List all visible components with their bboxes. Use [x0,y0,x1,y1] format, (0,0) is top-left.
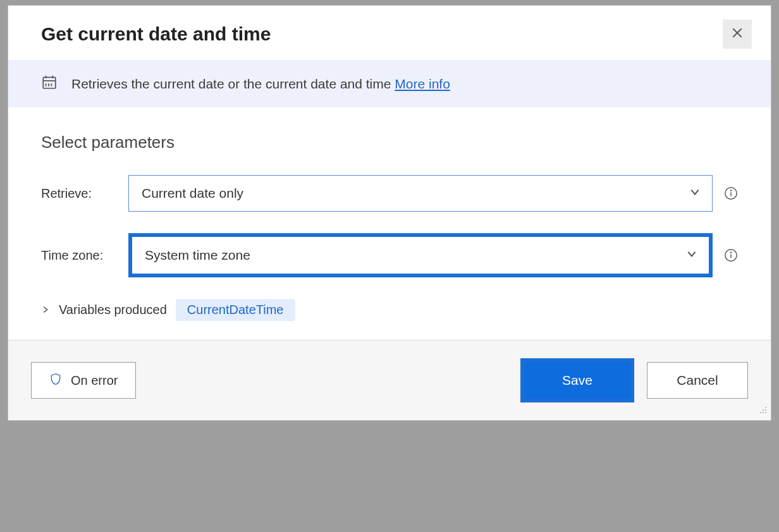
info-description: Retrieves the current date or the curren… [71,76,391,91]
timezone-info-icon[interactable] [724,248,738,262]
svg-rect-2 [43,77,56,88]
dialog-body: Select parameters Retrieve: Current date… [8,107,771,340]
retrieve-info-icon[interactable] [724,186,738,200]
info-bar: Retrieves the current date or the curren… [8,60,771,107]
close-button[interactable] [723,20,752,49]
on-error-label: On error [71,373,118,388]
retrieve-field-row: Retrieve: Current date only [41,175,738,212]
close-icon [732,27,743,41]
cancel-label: Cancel [677,373,718,388]
section-title: Select parameters [41,133,738,152]
retrieve-select[interactable]: Current date only [128,175,713,212]
timezone-highlight: System time zone [128,233,713,277]
variables-produced-row: Variables produced CurrentDateTime [41,299,738,321]
on-error-button[interactable]: On error [31,362,136,399]
retrieve-label: Retrieve: [41,186,117,201]
variables-produced-label: Variables produced [59,303,167,317]
resize-grip-icon[interactable] [758,405,768,418]
svg-point-16 [763,409,764,411]
dialog-header: Get current date and time [8,6,771,60]
svg-point-18 [760,412,761,413]
cancel-button[interactable]: Cancel [647,362,748,399]
save-label: Save [562,373,592,388]
dialog-footer: On error Save Cancel [8,340,771,420]
svg-point-17 [765,409,766,411]
calendar-icon [41,74,58,94]
dialog-title: Get current date and time [41,23,271,45]
timezone-select[interactable]: System time zone [132,237,709,274]
svg-point-14 [730,252,731,253]
timezone-field-row: Time zone: System time zone [41,233,738,277]
svg-point-19 [763,412,764,413]
retrieve-select-wrap: Current date only [128,175,713,212]
timezone-value: System time zone [145,248,250,263]
svg-point-20 [765,412,766,413]
shield-icon [49,372,62,389]
save-highlight: Save [520,358,634,402]
chevron-down-icon [686,248,697,263]
save-button[interactable]: Save [524,362,630,399]
expand-toggle[interactable] [41,303,50,317]
retrieve-value: Current date only [142,186,243,201]
timezone-label: Time zone: [41,248,117,263]
chevron-down-icon [689,186,701,201]
footer-actions: Save Cancel [520,358,748,402]
svg-point-11 [730,190,731,191]
more-info-link[interactable]: More info [395,76,450,91]
info-text: Retrieves the current date or the curren… [71,76,450,92]
variable-pill[interactable]: CurrentDateTime [176,299,295,321]
svg-point-15 [765,407,766,408]
action-config-dialog: Get current date and time Retrieves the … [8,5,771,421]
